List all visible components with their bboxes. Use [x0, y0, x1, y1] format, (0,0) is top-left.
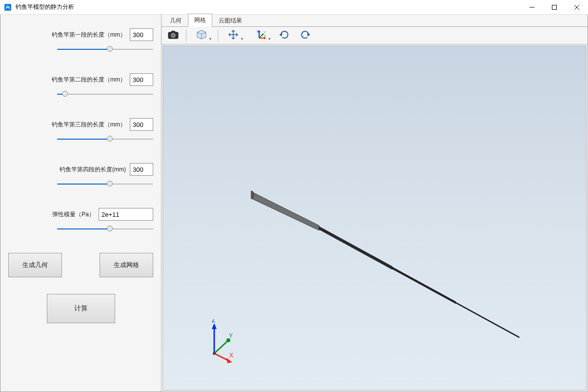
seg2-input[interactable]	[130, 73, 153, 86]
param-seg4: 钓鱼竿第四段的长度(mm)	[8, 163, 153, 188]
svg-text:Z: Z	[257, 30, 259, 33]
svg-marker-33	[212, 323, 217, 329]
svg-point-38	[213, 352, 216, 355]
modulus-slider[interactable]	[57, 225, 153, 233]
toolbar-separator	[186, 30, 186, 41]
seg4-label: 钓鱼竿第四段的长度(mm)	[60, 165, 126, 174]
pan-button[interactable]	[221, 28, 245, 43]
maximize-button[interactable]	[543, 0, 566, 15]
svg-marker-31	[456, 302, 519, 338]
param-seg1: 钓鱼竿第一段的长度（mm）	[8, 28, 153, 54]
tab-geometry[interactable]: 几何	[163, 14, 188, 27]
modulus-input[interactable]	[99, 208, 153, 221]
seg2-slider[interactable]	[57, 90, 153, 99]
coord-system-button[interactable]: Z Y X	[248, 28, 273, 43]
viewer-toolbar: Z Y X	[162, 27, 588, 44]
tab-mesh[interactable]: 网格	[188, 14, 212, 27]
tab-result[interactable]: 云图结果	[212, 14, 248, 27]
param-modulus: 弹性模量（Pa）	[8, 208, 153, 233]
svg-line-36	[214, 353, 229, 361]
cube-view-icon	[196, 29, 207, 42]
seg1-slider[interactable]	[57, 45, 153, 54]
triad-x-label: X	[229, 352, 233, 359]
modulus-label: 弹性模量（Pa）	[52, 210, 95, 219]
compute-button[interactable]: 计算	[47, 294, 115, 323]
rotate-cw-button[interactable]	[276, 28, 293, 43]
svg-marker-22	[280, 34, 282, 36]
param-seg2: 钓鱼竿第二段的长度（mm）	[8, 73, 153, 99]
rotate-ccw-button[interactable]	[296, 28, 314, 43]
viewport-3d[interactable]: Z Y X	[162, 45, 587, 391]
svg-point-35	[226, 338, 230, 342]
minimize-button[interactable]	[521, 0, 543, 15]
close-button[interactable]	[566, 0, 588, 15]
svg-rect-2	[552, 5, 557, 9]
svg-marker-27	[251, 191, 319, 230]
seg1-label: 钓鱼竿第一段的长度（mm）	[52, 31, 126, 39]
seg1-input[interactable]	[130, 28, 153, 41]
pan-icon	[228, 29, 239, 42]
fishing-rod-mesh	[251, 183, 524, 344]
camera-icon	[168, 30, 179, 41]
screenshot-button[interactable]	[164, 28, 182, 43]
triad-y-label: Y	[229, 332, 233, 339]
param-seg3: 钓鱼竿第三段的长度（mm）	[8, 118, 153, 144]
seg4-slider[interactable]	[57, 180, 153, 188]
svg-point-8	[172, 34, 174, 36]
coord-axes-icon: Z Y X	[255, 29, 266, 42]
generate-geometry-button[interactable]: 生成几何	[8, 253, 62, 277]
seg3-slider[interactable]	[57, 135, 153, 144]
seg3-label: 钓鱼竿第三段的长度（mm）	[52, 121, 126, 129]
svg-marker-30	[392, 267, 456, 304]
svg-text:X: X	[264, 35, 266, 38]
parameters-panel: 钓鱼竿第一段的长度（mm） 钓鱼竿第二段的长度（mm） 钓鱼竿第三段的长度（mm…	[0, 15, 162, 392]
seg3-input[interactable]	[130, 118, 153, 131]
svg-rect-6	[171, 31, 175, 33]
svg-text:Y: Y	[264, 31, 265, 34]
seg4-input[interactable]	[130, 163, 153, 176]
svg-marker-23	[308, 34, 309, 36]
triad-z-label: Z	[212, 319, 215, 324]
orientation-triad: Z Y X	[202, 319, 236, 363]
tabbar: 几何 网格 云图结果	[162, 15, 588, 27]
svg-marker-37	[226, 358, 232, 363]
app-icon	[4, 3, 12, 11]
svg-point-28	[251, 191, 254, 199]
rotate-cw-icon	[279, 29, 290, 42]
svg-marker-29	[319, 227, 392, 269]
content: 钓鱼竿第一段的长度（mm） 钓鱼竿第二段的长度（mm） 钓鱼竿第三段的长度（mm…	[0, 15, 588, 392]
view-orientation-button[interactable]	[189, 28, 214, 43]
main-area: 几何 网格 云图结果	[162, 15, 588, 392]
svg-line-34	[214, 341, 227, 353]
toolbar-separator	[218, 30, 218, 41]
rotate-ccw-icon	[300, 29, 310, 42]
seg2-label: 钓鱼竿第二段的长度（mm）	[52, 76, 126, 84]
window-title: 钓鱼竿模型的静力分析	[16, 3, 74, 11]
generate-mesh-button[interactable]: 生成网格	[100, 253, 153, 277]
titlebar: 钓鱼竿模型的静力分析	[0, 0, 588, 15]
